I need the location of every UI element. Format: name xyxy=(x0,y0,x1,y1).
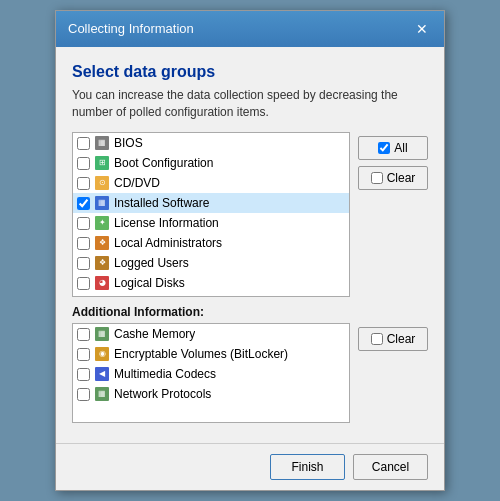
page-title: Select data groups xyxy=(72,63,428,81)
item-icon: ▦ xyxy=(94,386,110,402)
all-checkbox[interactable] xyxy=(378,142,390,154)
list-item[interactable]: ▦ Cashe Memory xyxy=(73,324,349,344)
item-label: Boot Configuration xyxy=(114,156,213,170)
additional-section: Additional Information: ▦ Cashe Memory ◉… xyxy=(72,305,428,423)
list-item[interactable]: ▭ Monitor xyxy=(73,293,349,297)
list-item[interactable]: ✦ License Information xyxy=(73,213,349,233)
main-list-section: ▦ BIOS ⊞ Boot Configuration ⊙ CD/DVD ▦ I… xyxy=(72,132,350,297)
item-icon: ⊞ xyxy=(94,155,110,171)
item-label: Cashe Memory xyxy=(114,327,195,341)
item-checkbox[interactable] xyxy=(77,348,90,361)
list-item[interactable]: ◉ Encryptable Volumes (BitLocker) xyxy=(73,344,349,364)
item-icon: ▦ xyxy=(94,326,110,342)
subtitle-text: You can increase the data collection spe… xyxy=(72,87,428,121)
item-label: License Information xyxy=(114,216,219,230)
item-label: Logged Users xyxy=(114,256,189,270)
close-button[interactable]: ✕ xyxy=(412,19,432,39)
clear2-label: Clear xyxy=(387,332,416,346)
item-icon: ✦ xyxy=(94,215,110,231)
item-checkbox[interactable] xyxy=(77,157,90,170)
item-checkbox[interactable] xyxy=(77,297,90,298)
clear-button-1[interactable]: Clear xyxy=(358,166,428,190)
item-label: Multimedia Codecs xyxy=(114,367,216,381)
item-label: Local Administrators xyxy=(114,236,222,250)
item-icon: ◕ xyxy=(94,275,110,291)
item-icon: ▦ xyxy=(94,135,110,151)
additional-btn-group: Clear xyxy=(358,323,428,423)
item-icon: ⊙ xyxy=(94,175,110,191)
item-icon: ❖ xyxy=(94,255,110,271)
item-checkbox[interactable] xyxy=(77,217,90,230)
main-btn-group: All Clear xyxy=(358,132,428,297)
item-checkbox[interactable] xyxy=(77,237,90,250)
main-list-box[interactable]: ▦ BIOS ⊞ Boot Configuration ⊙ CD/DVD ▦ I… xyxy=(72,132,350,297)
clear-checkbox-2[interactable] xyxy=(371,333,383,345)
item-checkbox[interactable] xyxy=(77,388,90,401)
item-label: Network Protocols xyxy=(114,387,211,401)
clear1-label: Clear xyxy=(387,171,416,185)
additional-label: Additional Information: xyxy=(72,305,428,319)
item-icon: ◉ xyxy=(94,346,110,362)
list-item[interactable]: ⊙ CD/DVD xyxy=(73,173,349,193)
item-checkbox[interactable] xyxy=(77,197,90,210)
list-item[interactable]: ▦ Network Protocols xyxy=(73,384,349,404)
item-checkbox[interactable] xyxy=(77,328,90,341)
list-item[interactable]: ▦ BIOS xyxy=(73,133,349,153)
item-icon: ▦ xyxy=(94,195,110,211)
title-bar: Collecting Information ✕ xyxy=(56,11,444,47)
list-item[interactable]: ◕ Logical Disks xyxy=(73,273,349,293)
additional-list-section: ▦ Cashe Memory ◉ Encryptable Volumes (Bi… xyxy=(72,323,350,423)
list-item[interactable]: ❖ Logged Users xyxy=(73,253,349,273)
item-label: Installed Software xyxy=(114,196,209,210)
all-button[interactable]: All xyxy=(358,136,428,160)
finish-label: Finish xyxy=(291,460,323,474)
cancel-button[interactable]: Cancel xyxy=(353,454,428,480)
item-icon: ❖ xyxy=(94,235,110,251)
item-checkbox[interactable] xyxy=(77,177,90,190)
collecting-information-dialog: Collecting Information ✕ Select data gro… xyxy=(55,10,445,492)
item-icon: ▭ xyxy=(94,295,110,297)
item-label: Logical Disks xyxy=(114,276,185,290)
item-checkbox[interactable] xyxy=(77,257,90,270)
dialog-footer: Finish Cancel xyxy=(56,443,444,490)
additional-list-box[interactable]: ▦ Cashe Memory ◉ Encryptable Volumes (Bi… xyxy=(72,323,350,423)
item-label: Monitor xyxy=(114,296,154,297)
item-icon: ◀ xyxy=(94,366,110,382)
list-item[interactable]: ▦ Installed Software xyxy=(73,193,349,213)
dialog-title: Collecting Information xyxy=(68,21,194,36)
clear-button-2[interactable]: Clear xyxy=(358,327,428,351)
cancel-label: Cancel xyxy=(372,460,409,474)
list-item[interactable]: ❖ Local Administrators xyxy=(73,233,349,253)
clear-checkbox-1[interactable] xyxy=(371,172,383,184)
list-item[interactable]: ◀ Multimedia Codecs xyxy=(73,364,349,384)
item-label: CD/DVD xyxy=(114,176,160,190)
list-item[interactable]: ⊞ Boot Configuration xyxy=(73,153,349,173)
all-label: All xyxy=(394,141,407,155)
item-checkbox[interactable] xyxy=(77,137,90,150)
item-checkbox[interactable] xyxy=(77,277,90,290)
item-label: Encryptable Volumes (BitLocker) xyxy=(114,347,288,361)
additional-area: ▦ Cashe Memory ◉ Encryptable Volumes (Bi… xyxy=(72,323,428,423)
main-list-area: ▦ BIOS ⊞ Boot Configuration ⊙ CD/DVD ▦ I… xyxy=(72,132,428,297)
dialog-content: Select data groups You can increase the … xyxy=(56,47,444,444)
finish-button[interactable]: Finish xyxy=(270,454,345,480)
item-label: BIOS xyxy=(114,136,143,150)
item-checkbox[interactable] xyxy=(77,368,90,381)
